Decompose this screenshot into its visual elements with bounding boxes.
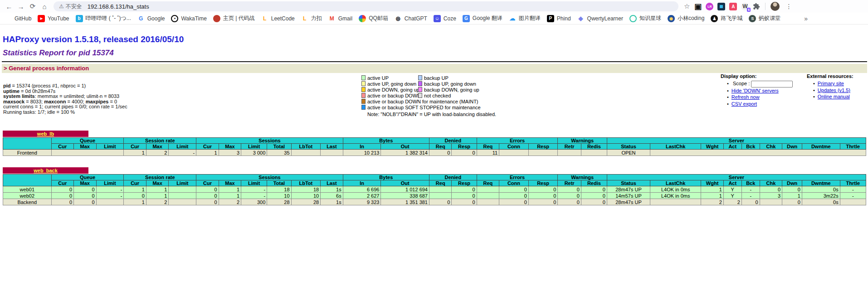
- scope-input[interactable]: [751, 81, 793, 88]
- github-icon: [5, 15, 12, 22]
- boxed-app-extension-icon[interactable]: ▣: [694, 3, 702, 10]
- home-icon[interactable]: ⌂: [39, 1, 50, 11]
- column-header: Resp: [528, 144, 558, 150]
- option-link[interactable]: CSV export: [731, 101, 757, 107]
- bookmark-item[interactable]: •WakaTime: [171, 15, 206, 22]
- row-label: web01: [3, 186, 52, 193]
- bookmark-item[interactable]: ⊛ChatGPT: [395, 15, 427, 22]
- stat-cell: 0: [581, 199, 607, 205]
- tooltip-value: L4OK in 0ms: [661, 193, 690, 199]
- bookmark-label: 知识星球: [639, 15, 661, 22]
- forward-icon[interactable]: →: [15, 1, 26, 11]
- extension-badge: 6: [747, 8, 751, 12]
- stat-cell: 28m47s UP: [607, 186, 650, 193]
- external-link[interactable]: Updates (v1.5): [818, 88, 850, 93]
- reload-icon[interactable]: ⟳: [27, 1, 38, 11]
- profile-avatar[interactable]: [770, 2, 780, 11]
- column-header: Chk: [760, 144, 782, 150]
- bookmark-item[interactable]: GGoogle 翻译: [463, 15, 502, 22]
- stat-cell: 0: [196, 199, 219, 205]
- stat-cell: 1: [701, 193, 723, 199]
- column-header: Max: [74, 180, 96, 186]
- bookmark-item[interactable]: ☺Coze: [434, 15, 456, 22]
- stat-cell: 0: [196, 186, 219, 193]
- blue-square-extension-icon[interactable]: [717, 3, 725, 10]
- stat-cell: 6 696: [343, 186, 381, 193]
- stats-table: QueueSession rateSessionsBytesDeniedErro…: [3, 174, 866, 205]
- security-label: 不安全: [66, 3, 82, 10]
- bookmark-item[interactable]: 主页 | 代码战: [213, 15, 255, 22]
- tooltip-value: 2: [164, 150, 167, 156]
- stat-cell: 1: [219, 186, 241, 193]
- bookmark-item[interactable]: ◉小林coding: [668, 15, 704, 22]
- section-title-general-process: > General process information: [2, 64, 867, 73]
- bookmark-label: LeetCode: [271, 15, 295, 22]
- bookmark-item[interactable]: S蚂蚁课堂: [749, 15, 780, 22]
- stat-cell: 1: [146, 193, 168, 199]
- address-bar[interactable]: ⚠ 不安全 192.168.6.131/ha_stats: [54, 1, 678, 11]
- stat-cell: 0: [74, 186, 96, 193]
- stat-cell: 0: [452, 199, 477, 205]
- bookmark-label: QQ邮箱: [369, 15, 388, 22]
- group-header: Session rate: [124, 175, 196, 180]
- stat-cell: [429, 186, 451, 193]
- bookmark-item[interactable]: MGmail: [328, 15, 352, 22]
- bookmark-item[interactable]: b哔哩哔哩 ( ˚- ˚)つ...: [76, 15, 131, 22]
- tooltip-value: 0: [778, 187, 780, 193]
- lr-extension-icon[interactable]: LR: [706, 3, 713, 10]
- stat-cell: [499, 150, 529, 156]
- display-option-title: Display option:: [721, 73, 793, 79]
- external-link[interactable]: Primary site: [818, 81, 844, 86]
- w-extension-icon[interactable]: W6: [741, 3, 749, 10]
- translate-extension-icon[interactable]: A: [729, 3, 737, 10]
- haproxy-version-link[interactable]: HAProxy version 1.5.18, released 2016/05…: [3, 34, 184, 44]
- bookmark-item[interactable]: L力扣: [301, 15, 322, 22]
- extensions-puzzle-icon[interactable]: [753, 3, 760, 10]
- bookmark-item[interactable]: ☁图片翻译: [509, 15, 541, 22]
- tooltip-value: 1: [142, 150, 145, 156]
- stat-cell: 0: [51, 193, 73, 199]
- stat-cell: 2: [219, 199, 241, 205]
- legend-label: active DOWN, going up: [367, 87, 418, 92]
- bookmarks-overflow-chevron[interactable]: »: [804, 15, 808, 22]
- column-header: Max: [74, 144, 96, 150]
- tooltip-value: 10: [284, 193, 289, 199]
- bookmark-item[interactable]: LLeetCode: [261, 15, 295, 22]
- option-link[interactable]: Refresh now: [731, 94, 760, 100]
- bookmark-item[interactable]: ◆QwertyLearner: [577, 15, 623, 22]
- tooltip-value: 0: [553, 193, 556, 199]
- stat-cell: -: [241, 186, 267, 193]
- google-icon: G: [137, 15, 145, 22]
- bookmark-item[interactable]: QQ邮箱: [359, 15, 388, 22]
- stat-cell: 0: [74, 193, 96, 199]
- stat-cell: 0: [558, 193, 581, 199]
- column-header: Resp: [452, 144, 477, 150]
- bookmark-item[interactable]: PPhind: [547, 15, 571, 22]
- bookmark-item[interactable]: ♟路飞学城: [711, 15, 742, 22]
- option-link[interactable]: Hide 'DOWN' servers: [731, 88, 779, 93]
- legend-label: active UP, going down: [367, 81, 418, 87]
- group-header: Denied: [429, 138, 477, 144]
- bookmark-item[interactable]: GGoogle: [137, 15, 165, 22]
- security-chip[interactable]: ⚠ 不安全: [59, 3, 82, 10]
- browser-menu-icon[interactable]: ⋮: [784, 3, 794, 10]
- table-row-backend: Backend00120230028281s9 3231 351 3810000…: [3, 199, 866, 205]
- column-header: Act: [723, 144, 741, 150]
- scope-label: Scope :: [733, 81, 750, 86]
- external-link[interactable]: Online manual: [818, 94, 850, 99]
- legend-label: active or backup DOWN: [367, 93, 418, 98]
- bookmark-item[interactable]: GitHub: [5, 15, 31, 22]
- stat-cell: 2: [701, 199, 723, 205]
- google-translate-icon: G: [463, 15, 470, 22]
- bookmark-item[interactable]: ▶YouTube: [38, 15, 69, 22]
- tooltip-value: 18: [284, 187, 289, 193]
- extension-icons: ▣LRAW6: [694, 3, 749, 10]
- group-header: Sessions: [196, 138, 343, 144]
- back-icon[interactable]: ←: [4, 1, 15, 11]
- proxy-name-link[interactable]: web_lb: [3, 131, 88, 137]
- qqmail-icon: [359, 15, 366, 22]
- bookmark-star-icon[interactable]: ☆: [684, 2, 690, 10]
- bookmark-item[interactable]: 知识星球: [629, 15, 661, 22]
- proxy-name-link[interactable]: web_back: [3, 167, 88, 174]
- stat-cell: 11: [477, 150, 499, 156]
